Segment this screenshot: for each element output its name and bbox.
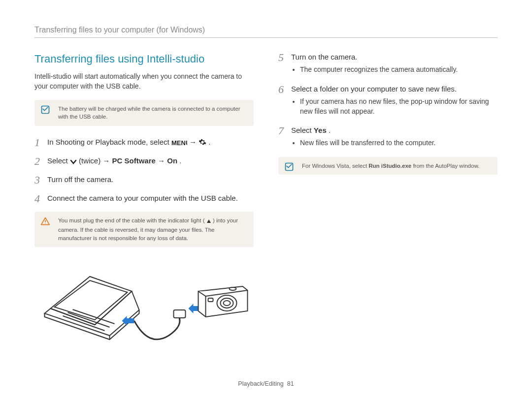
step-4-text: Connect the camera to your computer with… [47, 193, 254, 205]
chevron-down-icon [70, 157, 77, 167]
step-2-mid: (twice) → [79, 156, 112, 165]
running-header: Transferring files to your computer (for… [34, 25, 498, 35]
step-2-arrow2: → [158, 156, 167, 165]
step-number: 3 [34, 174, 47, 186]
vista-prefix: For Windows Vista, select [302, 163, 368, 169]
right-column: 5 Turn on the camera. The computer recog… [278, 52, 498, 358]
steps-list-right: 5 Turn on the camera. The computer recog… [278, 52, 498, 150]
step-6-text: Select a folder on your computer to save… [291, 85, 457, 93]
info-icon [40, 105, 50, 115]
connection-illustration [34, 262, 254, 355]
svg-point-12 [230, 287, 236, 290]
gear-icon [199, 138, 206, 149]
section-title: Transferring files using Intelli-studio [34, 52, 254, 67]
step-1-prefix: In Shooting or Playback mode, select [47, 138, 171, 146]
intro-paragraph: Intelli-studio will start automatically … [34, 72, 254, 91]
step-1-suffix: . [208, 138, 210, 146]
footer-section: Playback/Editing [238, 380, 283, 387]
step-7-bold: Yes [314, 126, 327, 134]
warning-note-box: You must plug the end of the cable with … [34, 212, 254, 247]
step-number: 2 [34, 155, 47, 167]
menu-icon: MENU [171, 138, 187, 149]
vista-note-box: For Windows Vista, select Run iStudio.ex… [278, 157, 498, 175]
info-note-text: The battery will be charged while the ca… [58, 106, 240, 120]
step-number: 4 [34, 193, 47, 205]
step-number: 1 [34, 137, 47, 149]
step-5-text: Turn on the camera. [291, 53, 358, 61]
triangle-up-icon [206, 218, 211, 226]
step-number: 7 [278, 125, 291, 150]
header-rule [34, 37, 498, 38]
step-1: 1 In Shooting or Playback mode, select M… [34, 137, 254, 149]
step-2-bold-pc: PC Software [112, 156, 156, 165]
page-footer: Playback/Editing 81 [0, 380, 532, 389]
step-3: 3 Turn off the camera. [34, 174, 254, 186]
vista-bold: Run iStudio.exe [368, 163, 411, 169]
step-2: 2 Select (twice) → PC Software → On . [34, 155, 254, 167]
svg-rect-7 [174, 310, 186, 318]
step-7: 7 Select Yes . New files will be transfe… [278, 125, 498, 150]
info-icon [284, 162, 294, 172]
step-2-prefix: Select [47, 156, 70, 165]
step-7-prefix: Select [291, 126, 314, 134]
step-2-bold-on: On [167, 156, 177, 165]
step-4: 4 Connect the camera to your computer wi… [34, 193, 254, 205]
step-6-sub: If your camera has no new files, the pop… [300, 97, 498, 116]
step-6: 6 Select a folder on your computer to sa… [278, 84, 498, 118]
vista-suffix: from the AutoPlay window. [413, 163, 479, 169]
svg-rect-11 [208, 298, 213, 302]
step-7-sub: New files will be transferred to the com… [300, 138, 498, 148]
step-number: 6 [278, 84, 291, 118]
steps-list-left: 1 In Shooting or Playback mode, select M… [34, 137, 254, 205]
info-note-box: The battery will be charged while the ca… [34, 100, 254, 125]
step-3-text: Turn off the camera. [47, 174, 254, 186]
step-2-suffix: . [179, 156, 181, 165]
step-number: 5 [278, 52, 291, 77]
svg-point-3 [45, 223, 45, 224]
step-5-sub: The computer recognizes the camera autom… [300, 65, 498, 75]
svg-text:MENU: MENU [171, 139, 187, 146]
warning-prefix: You must plug the end of the cable with … [58, 217, 204, 223]
warning-icon [40, 216, 50, 226]
step-7-suffix: . [329, 126, 331, 134]
left-column: Transferring files using Intelli-studio … [34, 52, 254, 358]
footer-page-number: 81 [287, 380, 294, 387]
step-5: 5 Turn on the camera. The computer recog… [278, 52, 498, 77]
svg-point-10 [224, 301, 231, 306]
two-column-layout: Transferring files using Intelli-studio … [34, 52, 498, 358]
arrow-icon: → [189, 138, 199, 146]
